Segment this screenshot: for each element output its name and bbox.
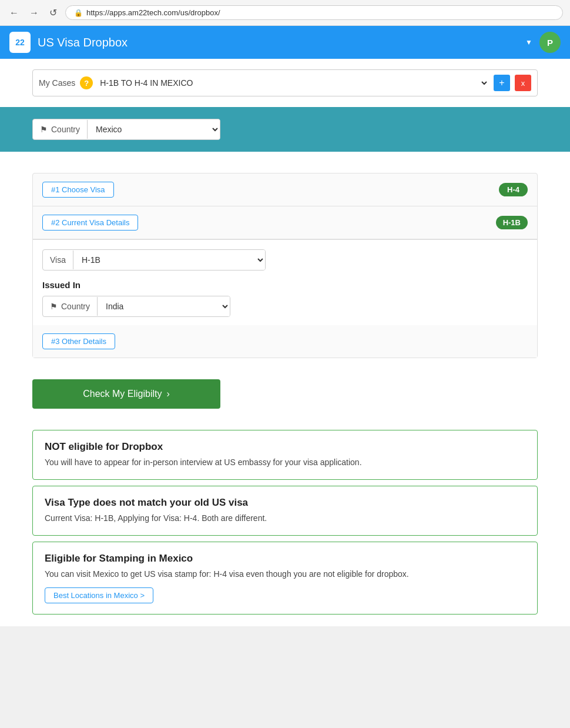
url-text: https://apps.am22tech.com/us/dropbox/ xyxy=(86,8,220,17)
logo-badge: 22 xyxy=(9,32,31,53)
check-btn-arrow: › xyxy=(166,389,169,399)
delete-case-button[interactable]: x xyxy=(515,75,531,91)
result1-title: NOT eligible for Dropbox xyxy=(45,441,525,453)
visa-label-box: Visa xyxy=(43,251,73,269)
issued-country-selector: ⚑ Country India USA Mexico Canada Other xyxy=(42,296,230,317)
step1-button[interactable]: #1 Choose Visa xyxy=(42,182,114,198)
refresh-button[interactable]: ↺ xyxy=(47,5,59,21)
app-title: US Visa Dropbox xyxy=(38,36,518,49)
check-eligibility-button[interactable]: Check My Eligibilty › xyxy=(32,379,220,409)
issued-in-label: Issued In xyxy=(42,280,528,290)
teal-country-section: ⚑ Country Mexico India Canada USA Other xyxy=(0,107,570,152)
check-btn-wrap: Check My Eligibilty › xyxy=(0,369,570,419)
issued-country-select[interactable]: India USA Mexico Canada Other xyxy=(98,296,230,316)
main-content: My Cases ? H-1B TO H-4 IN MEXICO + x ⚑ C… xyxy=(0,59,570,626)
country-selector: ⚑ Country Mexico India Canada USA Other xyxy=(32,119,220,140)
result-card-1: NOT eligible for Dropbox You will have t… xyxy=(32,430,538,480)
cases-row: My Cases ? H-1B TO H-4 IN MEXICO + x xyxy=(32,69,538,96)
result2-title: Visa Type does not match your old US vis… xyxy=(45,497,525,509)
step3-button[interactable]: #3 Other Details xyxy=(42,333,115,349)
browser-chrome: ← → ↺ 🔒 https://apps.am22tech.com/us/dro… xyxy=(0,0,570,26)
issued-country-label-box: ⚑ Country xyxy=(43,297,98,316)
visa-row: Visa H-1B H-4 F-1 L-1 O-1 xyxy=(42,249,266,271)
lock-icon: 🔒 xyxy=(74,9,83,17)
step2-body: Visa H-1B H-4 F-1 L-1 O-1 Issued In ⚑ xyxy=(33,239,537,325)
forward-button[interactable]: → xyxy=(27,5,41,21)
step1-card: #1 Choose Visa H-4 #2 Current Visa Detai… xyxy=(32,173,538,358)
cases-bar: My Cases ? H-1B TO H-4 IN MEXICO + x xyxy=(0,59,570,107)
url-bar[interactable]: 🔒 https://apps.am22tech.com/us/dropbox/ xyxy=(65,5,563,20)
step1-badge: H-4 xyxy=(499,183,528,196)
step2-header: #2 Current Visa Details H-1B xyxy=(33,206,537,239)
step3-header: #3 Other Details xyxy=(33,325,537,358)
check-btn-label: Check My Eligibilty xyxy=(83,389,162,399)
visa-label: Visa xyxy=(50,255,66,265)
result-card-3: Eligible for Stamping in Mexico You can … xyxy=(32,542,538,615)
result3-title: Eligible for Stamping in Mexico xyxy=(45,553,525,565)
country-select-main[interactable]: Mexico India Canada USA Other xyxy=(88,119,220,139)
issued-flag-icon: ⚑ xyxy=(50,302,58,311)
country-label-box: ⚑ Country xyxy=(33,120,88,139)
app-header: 22 US Visa Dropbox ▼ P xyxy=(0,26,570,59)
results-section: NOT eligible for Dropbox You will have t… xyxy=(32,430,538,615)
result-card-2: Visa Type does not match your old US vis… xyxy=(32,486,538,536)
steps-section: #1 Choose Visa H-4 #2 Current Visa Detai… xyxy=(0,162,570,369)
user-avatar[interactable]: P xyxy=(539,32,561,53)
result3-desc: You can visit Mexico to get US visa stam… xyxy=(45,568,525,580)
visa-select[interactable]: H-1B H-4 F-1 L-1 O-1 xyxy=(73,250,265,270)
result1-desc: You will have to appear for in-person in… xyxy=(45,456,525,469)
my-cases-label: My Cases xyxy=(39,78,75,88)
add-case-button[interactable]: + xyxy=(494,75,510,91)
step2-button[interactable]: #2 Current Visa Details xyxy=(42,215,138,231)
question-badge[interactable]: ? xyxy=(80,76,93,89)
header-dropdown-arrow[interactable]: ▼ xyxy=(525,38,532,46)
best-locations-button[interactable]: Best Locations in Mexico > xyxy=(45,587,153,603)
flag-icon: ⚑ xyxy=(40,125,48,134)
country-label: Country xyxy=(51,125,80,134)
issued-country-label: Country xyxy=(61,302,90,311)
back-button[interactable]: ← xyxy=(7,5,21,21)
result2-desc: Current Visa: H-1B, Applying for Visa: H… xyxy=(45,512,525,525)
case-select[interactable]: H-1B TO H-4 IN MEXICO xyxy=(98,78,489,88)
step2-badge: H-1B xyxy=(496,216,528,229)
step1-header: #1 Choose Visa H-4 xyxy=(33,173,537,206)
